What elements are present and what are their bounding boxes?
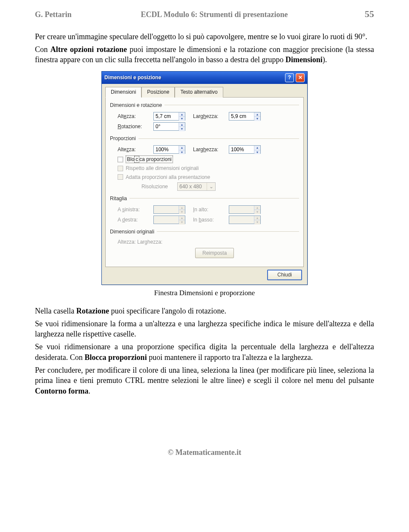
in-alto-label: In alto: [193,206,225,213]
chevron-down-icon: ▼ [179,220,185,224]
help-icon[interactable]: ? [285,73,294,82]
header-page-number: 55 [357,8,374,20]
chevron-up-icon: ▲ [254,216,260,220]
chevron-down-icon: ▼ [254,210,260,214]
group-ritaglia: Ritaglia [110,195,127,202]
in-basso-input [229,216,254,224]
page-header: G. Pettarin ECDL Modulo 6: Strumenti di … [35,8,374,20]
rispetto-dimensioni-checkbox: Rispetto alle dimensioni originali [110,164,299,173]
a-sinistra-label: A sinistra: [118,206,150,213]
rotazione-label: Rotazione: [118,123,150,130]
reimposta-button: Reimposta [195,248,234,258]
larghezza-label: Larghezza: [193,113,225,120]
chevron-down-icon: ▼ [179,210,185,214]
chevron-down-icon: ⌄ [207,183,215,190]
dialog-title: Dimensioni e posizione [104,74,283,81]
rotazione-input[interactable] [154,123,179,130]
tab-dimensioni[interactable]: Dimensioni [105,87,141,98]
text: puoi mantenere il rapporto tra l'altezza… [147,353,313,362]
adatta-proporzioni-label: Adatta proporzioni alla presentazione [126,174,210,181]
text: Per concludere, per modificare il colore… [35,366,374,385]
dimensions-dialog: Dimensioni e posizione ? ✕ Dimensioni Po… [101,71,308,285]
prop-larghezza-stepper[interactable]: ▲▼ [229,145,261,154]
group-proporzioni: Proporzioni [110,135,136,142]
text: . [88,387,90,395]
group-dimensioni-originali: Dimensioni originali [110,228,154,235]
prop-altezza-stepper[interactable]: ▲▼ [153,145,185,154]
chiudi-button[interactable]: Chiudi [267,270,302,280]
chevron-down-icon[interactable]: ▼ [179,127,185,131]
adatta-proporzioni-checkbox: Adatta proporzioni alla presentazione [110,173,299,181]
chevron-up-icon: ▲ [179,206,185,210]
blocca-proporzioni-label: Blocca proporzioni [126,155,173,163]
header-title: ECDL Modulo 6: Strumenti di presentazion… [72,9,357,20]
checkbox-icon [118,157,123,162]
chevron-down-icon[interactable]: ▼ [179,150,185,154]
in-basso-stepper: ▲▼ [229,216,261,224]
risoluzione-combo: ⌄ [177,182,216,191]
text: Con [35,45,50,54]
checkbox-icon [118,174,123,180]
orig-text: Altezza: Larghezza: [118,239,162,245]
tab-page-dimensioni: Dimensioni e rotazione Altezza: ▲▼ Largh… [105,97,304,267]
paragraph-3: Se vuoi ridimensionare la forma a un'alt… [35,319,374,339]
text: puoi specificare l'angolo di rotazione. [109,307,226,315]
tab-strip: Dimensioni Posizione Testo alternativo [105,86,304,97]
header-author: G. Pettarin [35,9,72,20]
group-dimensioni-rotazione: Dimensioni e rotazione [110,102,162,109]
bold-text: Blocca proporzioni [84,353,147,362]
text: Nella casella [35,307,76,315]
in-basso-label: In basso: [193,216,225,223]
risoluzione-input [178,183,207,190]
paragraph-5: Per concludere, per modificare il colore… [35,365,374,396]
tab-testo-alternativo[interactable]: Testo alternativo [175,87,223,98]
bold-text: Dimensioni [285,55,323,64]
chevron-up-icon[interactable]: ▲ [254,146,260,150]
chevron-down-icon[interactable]: ▼ [254,117,260,121]
larghezza-stepper[interactable]: ▲▼ [229,112,261,121]
chevron-up-icon[interactable]: ▲ [254,112,260,117]
blocca-proporzioni-checkbox[interactable]: Blocca proporzioni [110,155,299,164]
prop-altezza-input[interactable] [154,146,179,153]
chevron-up-icon[interactable]: ▲ [179,123,185,127]
chevron-up-icon: ▲ [179,216,185,220]
bold-text: Altre opzioni rotazione [50,45,127,54]
altezza-stepper[interactable]: ▲▼ [153,112,185,121]
tab-posizione[interactable]: Posizione [141,87,175,98]
altezza-label: Altezza: [118,113,150,120]
footer: © Matematicamente.it [35,447,374,457]
in-alto-input [229,206,254,213]
prop-larghezza-label: Larghezza: [193,146,225,153]
risoluzione-label: Risoluzione [141,183,174,190]
checkbox-icon [118,166,123,171]
chevron-up-icon: ▲ [254,206,260,210]
a-destra-label: A destra: [118,216,150,223]
bold-text: Contorno forma [35,387,88,395]
paragraph-4: Se vuoi ridimensionare a una proporzione… [35,342,374,362]
chevron-down-icon[interactable]: ▼ [179,117,185,121]
in-alto-stepper: ▲▼ [229,205,261,214]
altezza-input[interactable] [154,112,179,120]
close-icon[interactable]: ✕ [296,73,305,82]
chevron-up-icon[interactable]: ▲ [179,146,185,150]
paragraph-2: Nella casella Rotazione puoi specificare… [35,306,374,316]
prop-larghezza-input[interactable] [229,146,254,153]
paragraph-1a: Per creare un'immagine speculare dell'og… [35,32,374,42]
prop-altezza-label: Altezza: [118,146,150,153]
a-sinistra-stepper: ▲▼ [153,205,185,214]
text: ). [323,55,327,64]
bold-text: Rotazione [76,307,109,315]
chevron-up-icon[interactable]: ▲ [179,112,185,117]
chevron-down-icon: ▼ [254,220,260,224]
paragraph-1b: Con Altre opzioni rotazione puoi imposta… [35,44,374,65]
chevron-down-icon[interactable]: ▼ [254,150,260,154]
a-sinistra-input [154,206,179,213]
a-destra-input [154,216,179,224]
dialog-caption: Finestra Dimensioni e proporzione [35,288,374,298]
dialog-titlebar[interactable]: Dimensioni e posizione ? ✕ [102,72,307,84]
rispetto-dimensioni-label: Rispetto alle dimensioni originali [126,165,199,172]
a-destra-stepper: ▲▼ [153,216,185,224]
larghezza-input[interactable] [229,112,254,120]
rotazione-stepper[interactable]: ▲▼ [153,122,185,131]
